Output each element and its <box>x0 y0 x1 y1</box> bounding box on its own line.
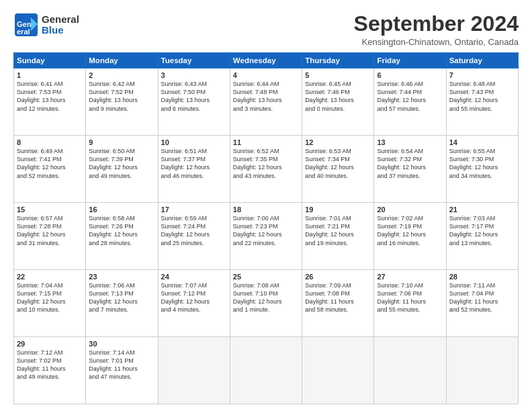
calendar-cell: 13Sunrise: 6:54 AM Sunset: 7:32 PM Dayli… <box>374 136 446 203</box>
calendar-cell: 19Sunrise: 7:01 AM Sunset: 7:21 PM Dayli… <box>302 203 374 270</box>
calendar-cell: 16Sunrise: 6:58 AM Sunset: 7:26 PM Dayli… <box>86 203 158 270</box>
calendar-cell: 21Sunrise: 7:03 AM Sunset: 7:17 PM Dayli… <box>446 203 518 270</box>
calendar-cell: 17Sunrise: 6:59 AM Sunset: 7:24 PM Dayli… <box>158 203 230 270</box>
logo-general: General <box>42 14 79 26</box>
calendar-cell: 3Sunrise: 6:43 AM Sunset: 7:50 PM Daylig… <box>158 68 230 136</box>
calendar-cell: 14Sunrise: 6:55 AM Sunset: 7:30 PM Dayli… <box>446 136 518 203</box>
calendar-cell: 18Sunrise: 7:00 AM Sunset: 7:23 PM Dayli… <box>230 203 302 270</box>
weekday-header-tuesday: Tuesday <box>158 53 230 68</box>
day-number: 2 <box>89 71 154 79</box>
calendar-cell <box>158 337 230 404</box>
day-number: 13 <box>377 138 443 146</box>
day-info: Sunrise: 7:02 AM Sunset: 7:19 PM Dayligh… <box>377 214 443 247</box>
day-number: 11 <box>233 138 299 146</box>
day-info: Sunrise: 7:04 AM Sunset: 7:15 PM Dayligh… <box>17 281 83 314</box>
day-info: Sunrise: 6:43 AM Sunset: 7:50 PM Dayligh… <box>161 80 227 113</box>
day-number: 7 <box>449 71 515 79</box>
calendar-cell: 11Sunrise: 6:52 AM Sunset: 7:35 PM Dayli… <box>230 136 302 203</box>
day-number: 12 <box>305 138 371 146</box>
day-number: 25 <box>233 273 299 281</box>
day-info: Sunrise: 6:50 AM Sunset: 7:39 PM Dayligh… <box>89 147 154 180</box>
calendar-cell <box>230 337 302 404</box>
weekday-header-row: SundayMondayTuesdayWednesdayThursdayFrid… <box>14 53 519 68</box>
week-row-1: 1Sunrise: 6:41 AM Sunset: 7:53 PM Daylig… <box>14 68 519 136</box>
calendar-cell: 8Sunrise: 6:49 AM Sunset: 7:41 PM Daylig… <box>14 136 86 203</box>
day-info: Sunrise: 6:48 AM Sunset: 7:43 PM Dayligh… <box>449 80 515 113</box>
calendar-cell: 29Sunrise: 7:12 AM Sunset: 7:02 PM Dayli… <box>14 337 86 404</box>
calendar-cell: 23Sunrise: 7:06 AM Sunset: 7:13 PM Dayli… <box>86 270 158 337</box>
day-info: Sunrise: 6:57 AM Sunset: 7:28 PM Dayligh… <box>17 214 83 247</box>
day-number: 9 <box>89 138 154 146</box>
calendar-cell: 7Sunrise: 6:48 AM Sunset: 7:43 PM Daylig… <box>446 68 518 136</box>
day-number: 23 <box>89 273 154 281</box>
weekday-header-monday: Monday <box>86 53 158 68</box>
weekday-header-wednesday: Wednesday <box>230 53 302 68</box>
weekday-header-saturday: Saturday <box>446 53 518 68</box>
day-number: 27 <box>377 273 443 281</box>
day-info: Sunrise: 6:52 AM Sunset: 7:35 PM Dayligh… <box>233 147 299 180</box>
calendar-cell: 1Sunrise: 6:41 AM Sunset: 7:53 PM Daylig… <box>14 68 86 136</box>
day-info: Sunrise: 7:14 AM Sunset: 7:01 PM Dayligh… <box>89 349 154 381</box>
day-number: 28 <box>449 273 515 281</box>
day-info: Sunrise: 7:01 AM Sunset: 7:21 PM Dayligh… <box>305 214 371 247</box>
location: Kensington-Chinatown, Ontario, Canada <box>354 37 519 47</box>
day-info: Sunrise: 6:59 AM Sunset: 7:24 PM Dayligh… <box>161 214 227 247</box>
day-number: 20 <box>377 205 443 214</box>
calendar-cell: 28Sunrise: 7:11 AM Sunset: 7:04 PM Dayli… <box>446 270 518 337</box>
calendar-cell <box>302 337 374 404</box>
day-info: Sunrise: 6:42 AM Sunset: 7:52 PM Dayligh… <box>89 80 154 113</box>
day-number: 19 <box>305 205 371 214</box>
calendar-table: SundayMondayTuesdayWednesdayThursdayFrid… <box>13 52 519 404</box>
day-number: 4 <box>233 71 299 79</box>
calendar-cell: 20Sunrise: 7:02 AM Sunset: 7:19 PM Dayli… <box>374 203 446 270</box>
day-number: 1 <box>17 71 83 79</box>
weekday-header-sunday: Sunday <box>14 53 86 68</box>
day-number: 17 <box>161 205 227 214</box>
calendar-cell: 30Sunrise: 7:14 AM Sunset: 7:01 PM Dayli… <box>86 337 158 404</box>
day-info: Sunrise: 6:44 AM Sunset: 7:48 PM Dayligh… <box>233 80 299 113</box>
day-info: Sunrise: 7:10 AM Sunset: 7:06 PM Dayligh… <box>377 281 443 314</box>
day-number: 22 <box>17 273 83 281</box>
day-number: 21 <box>449 205 515 214</box>
calendar-cell: 5Sunrise: 6:45 AM Sunset: 7:46 PM Daylig… <box>302 68 374 136</box>
day-info: Sunrise: 7:09 AM Sunset: 7:08 PM Dayligh… <box>305 281 371 314</box>
calendar-cell: 12Sunrise: 6:53 AM Sunset: 7:34 PM Dayli… <box>302 136 374 203</box>
weekday-header-friday: Friday <box>374 53 446 68</box>
day-info: Sunrise: 7:08 AM Sunset: 7:10 PM Dayligh… <box>233 281 299 314</box>
day-number: 15 <box>17 205 83 214</box>
calendar-cell: 4Sunrise: 6:44 AM Sunset: 7:48 PM Daylig… <box>230 68 302 136</box>
header: Gen- eral General Blue September 2024 Ke… <box>13 12 519 47</box>
day-info: Sunrise: 6:58 AM Sunset: 7:26 PM Dayligh… <box>89 214 154 247</box>
week-row-4: 22Sunrise: 7:04 AM Sunset: 7:15 PM Dayli… <box>14 270 519 337</box>
logo: Gen- eral General Blue <box>13 12 79 38</box>
day-number: 24 <box>161 273 227 281</box>
calendar-cell <box>374 337 446 404</box>
calendar-cell: 10Sunrise: 6:51 AM Sunset: 7:37 PM Dayli… <box>158 136 230 203</box>
logo-icon: Gen- eral <box>13 12 39 38</box>
day-number: 6 <box>377 71 443 79</box>
calendar-cell: 26Sunrise: 7:09 AM Sunset: 7:08 PM Dayli… <box>302 270 374 337</box>
page: Gen- eral General Blue September 2024 Ke… <box>0 0 532 411</box>
day-info: Sunrise: 7:07 AM Sunset: 7:12 PM Dayligh… <box>161 281 227 314</box>
calendar-cell: 27Sunrise: 7:10 AM Sunset: 7:06 PM Dayli… <box>374 270 446 337</box>
calendar-cell <box>446 337 518 404</box>
logo-blue: Blue <box>42 25 79 36</box>
week-row-5: 29Sunrise: 7:12 AM Sunset: 7:02 PM Dayli… <box>14 337 519 404</box>
day-number: 5 <box>305 71 371 79</box>
day-info: Sunrise: 7:03 AM Sunset: 7:17 PM Dayligh… <box>449 214 515 247</box>
day-number: 18 <box>233 205 299 214</box>
day-info: Sunrise: 7:00 AM Sunset: 7:23 PM Dayligh… <box>233 214 299 247</box>
week-row-2: 8Sunrise: 6:49 AM Sunset: 7:41 PM Daylig… <box>14 136 519 203</box>
title-block: September 2024 Kensington-Chinatown, Ont… <box>354 12 519 47</box>
day-info: Sunrise: 6:53 AM Sunset: 7:34 PM Dayligh… <box>305 147 371 180</box>
day-info: Sunrise: 6:45 AM Sunset: 7:46 PM Dayligh… <box>305 80 371 113</box>
day-number: 3 <box>161 71 227 79</box>
day-number: 14 <box>449 138 515 146</box>
calendar-cell: 2Sunrise: 6:42 AM Sunset: 7:52 PM Daylig… <box>86 68 158 136</box>
calendar-cell: 15Sunrise: 6:57 AM Sunset: 7:28 PM Dayli… <box>14 203 86 270</box>
day-info: Sunrise: 7:11 AM Sunset: 7:04 PM Dayligh… <box>449 281 515 314</box>
day-info: Sunrise: 6:41 AM Sunset: 7:53 PM Dayligh… <box>17 80 83 113</box>
calendar-cell: 22Sunrise: 7:04 AM Sunset: 7:15 PM Dayli… <box>14 270 86 337</box>
day-info: Sunrise: 7:12 AM Sunset: 7:02 PM Dayligh… <box>17 349 83 381</box>
day-info: Sunrise: 6:51 AM Sunset: 7:37 PM Dayligh… <box>161 147 227 180</box>
